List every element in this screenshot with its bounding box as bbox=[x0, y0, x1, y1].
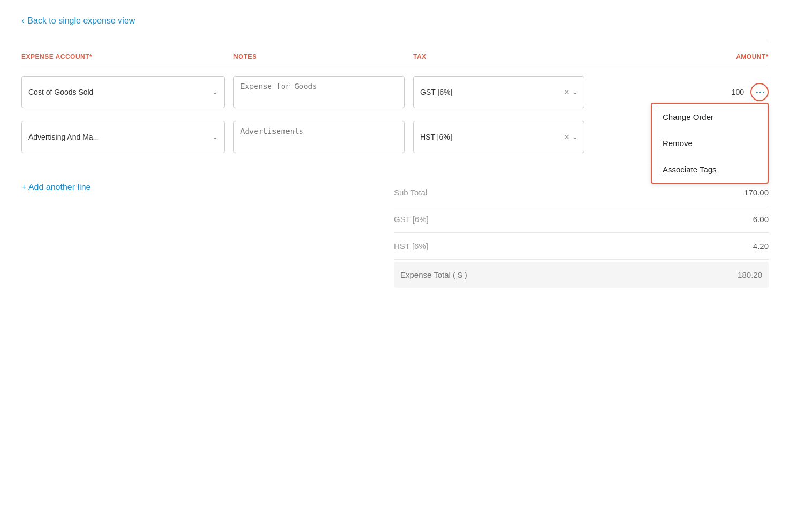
bottom-section: + Add another line Sub Total 170.00 GST … bbox=[21, 179, 769, 288]
tax-select-1[interactable]: GST [6%] ✕ ⌄ bbox=[413, 76, 584, 108]
expense-account-value-1: Cost of Goods Sold bbox=[28, 88, 208, 96]
chevron-down-icon-2: ⌄ bbox=[212, 133, 218, 141]
menu-item-change-order[interactable]: Change Order bbox=[652, 104, 768, 130]
col-amount: AMOUNT* bbox=[593, 53, 769, 60]
col-expense-account: EXPENSE ACCOUNT* bbox=[21, 53, 225, 60]
expense-total-label: Expense Total ( $ ) bbox=[400, 270, 467, 279]
hst-value: 4.20 bbox=[753, 241, 769, 250]
back-link[interactable]: ‹ Back to single expense view bbox=[21, 16, 769, 26]
back-link-label: Back to single expense view bbox=[27, 16, 135, 26]
amount-cell-1: 100 ⋯ Change Order Remove Associate Tags bbox=[593, 76, 769, 108]
amount-value-1: 100 bbox=[732, 88, 744, 96]
gst-label: GST [6%] bbox=[394, 215, 429, 224]
notes-input-1[interactable] bbox=[233, 76, 405, 108]
gst-value: 6.00 bbox=[753, 215, 769, 224]
subtotal-label: Sub Total bbox=[394, 188, 427, 197]
expense-total-value: 180.20 bbox=[738, 270, 762, 279]
header-divider bbox=[21, 42, 769, 42]
tax-chevron-icon-1: ⌄ bbox=[572, 88, 578, 96]
expense-total-row: Expense Total ( $ ) 180.20 bbox=[394, 262, 769, 288]
table-row: Cost of Goods Sold ⌄ GST [6%] ✕ ⌄ 100 ⋯ … bbox=[21, 76, 769, 108]
notes-input-2[interactable] bbox=[233, 121, 405, 153]
col-notes: NOTES bbox=[233, 53, 405, 60]
expense-account-select-2[interactable]: Advertising And Ma... ⌄ bbox=[21, 121, 225, 153]
tax-clear-icon-2[interactable]: ✕ bbox=[564, 133, 570, 141]
more-options-button-1[interactable]: ⋯ bbox=[750, 83, 769, 101]
tax-value-1: GST [6%] bbox=[420, 88, 564, 96]
add-another-line-button[interactable]: + Add another line bbox=[21, 179, 90, 192]
hst-label: HST [6%] bbox=[394, 241, 428, 250]
context-menu: Change Order Remove Associate Tags bbox=[651, 103, 769, 184]
expense-account-select-1[interactable]: Cost of Goods Sold ⌄ bbox=[21, 76, 225, 108]
gst-row: GST [6%] 6.00 bbox=[394, 206, 769, 233]
tax-chevron-icon-2: ⌄ bbox=[572, 133, 578, 141]
totals-block: Sub Total 170.00 GST [6%] 6.00 HST [6%] … bbox=[394, 179, 769, 288]
page: ‹ Back to single expense view EXPENSE AC… bbox=[0, 0, 790, 532]
hst-row: HST [6%] 4.20 bbox=[394, 233, 769, 260]
col-tax: TAX bbox=[413, 53, 584, 60]
subtotal-value: 170.00 bbox=[744, 188, 769, 197]
expense-account-value-2: Advertising And Ma... bbox=[28, 133, 208, 141]
table-header: EXPENSE ACCOUNT* NOTES TAX AMOUNT* bbox=[21, 53, 769, 67]
tax-select-2[interactable]: HST [6%] ✕ ⌄ bbox=[413, 121, 584, 153]
menu-item-remove[interactable]: Remove bbox=[652, 130, 768, 156]
tax-clear-icon-1[interactable]: ✕ bbox=[564, 88, 570, 96]
chevron-down-icon-1: ⌄ bbox=[212, 88, 218, 96]
back-chevron-icon: ‹ bbox=[21, 16, 24, 26]
tax-value-2: HST [6%] bbox=[420, 133, 564, 141]
menu-item-associate-tags[interactable]: Associate Tags bbox=[652, 156, 768, 183]
